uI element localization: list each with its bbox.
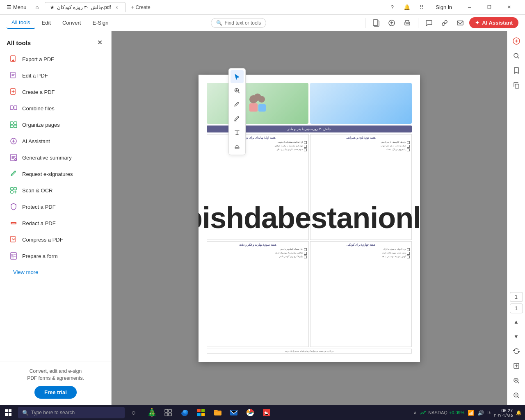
comment-button[interactable] (422, 16, 436, 30)
main-layout: All tools ✕ Export a PDF Edit a PDF Crea… (0, 31, 525, 405)
notification-center-icon[interactable]: 🔔 (516, 410, 522, 415)
page-number-display[interactable]: 1 (510, 292, 523, 302)
sidebar-item-scan-ocr[interactable]: Scan & OCR (2, 183, 109, 198)
stamp-tool-button[interactable] (231, 140, 244, 153)
view-more-link[interactable]: View more (7, 266, 45, 278)
sidebar-label-ai: AI Assistant (22, 138, 50, 144)
zoom-in-button[interactable] (510, 374, 523, 387)
menu-item-esign[interactable]: E-Sign (87, 17, 113, 28)
taskbar-search-placeholder: Type here to search (31, 410, 75, 415)
scroll-down-button[interactable]: ▼ (510, 330, 523, 343)
systray-up-arrow[interactable]: ∧ (413, 410, 417, 415)
upload-button[interactable] (385, 16, 398, 30)
cursor-tool-button[interactable] (231, 70, 244, 83)
sidebar-item-export[interactable]: Export a PDF (2, 51, 109, 67)
sign-in-button[interactable]: Sign in (431, 2, 457, 12)
right-panel-bookmark-button[interactable] (510, 64, 523, 77)
document-properties-button[interactable] (370, 16, 383, 30)
taskbar-app-mail[interactable] (226, 405, 241, 420)
sidebar-item-edit[interactable]: Edit a PDF (2, 68, 109, 83)
svg-rect-38 (165, 413, 168, 416)
menu-item-all-tools[interactable]: All tools (7, 17, 35, 29)
start-button[interactable] (0, 405, 16, 420)
clock-date: ۲۰۳/۰۲/۹۱۵ (494, 413, 513, 418)
refresh-button[interactable] (510, 345, 523, 358)
restore-button[interactable]: ❐ (480, 0, 499, 15)
taskbar-app-files[interactable] (210, 405, 225, 420)
mail-button[interactable] (454, 16, 467, 30)
sidebar-item-create[interactable]: Create a PDF (2, 84, 109, 100)
menu-item-convert[interactable]: Convert (57, 17, 86, 28)
sidebar-item-redact[interactable]: Redact a PDF (2, 215, 109, 231)
sidebar-close-button[interactable]: ✕ (95, 38, 105, 48)
taskbar-app-acrobat[interactable] (259, 405, 274, 420)
total-pages-display: 1 (510, 304, 523, 313)
sidebar-label-scan-ocr: Scan & OCR (22, 187, 52, 194)
taskbar-clock[interactable]: 06:27 ۲۰۳/۰۲/۹۱۵ (494, 408, 513, 418)
svg-rect-11 (10, 125, 13, 128)
taskbar-right: ∧ NASDAQ +0.09% 📶 🔊 فا 06:27 ۲۰۳/۰۲/۹۱۵ … (410, 408, 525, 418)
zoom-tool-button[interactable] (231, 84, 244, 97)
new-tab-button[interactable]: + Create (127, 3, 155, 12)
taskbar-app-chrome[interactable] (243, 405, 258, 420)
tabs-area: ★ جالش ۳۰ روزه کودکان.pdf × + Create (45, 2, 385, 12)
window-controls: ─ ❐ ✕ (460, 0, 518, 15)
sidebar-item-protect[interactable]: Protect a PDF (2, 199, 109, 215)
sidebar-item-compress[interactable]: Compress a PDF (2, 232, 109, 247)
redact-icon (9, 219, 18, 228)
taskbar-app-taskview[interactable] (161, 405, 176, 420)
taskbar-app-store[interactable] (194, 405, 208, 420)
sidebar-label-edit: Edit a PDF (22, 73, 48, 79)
apps-button[interactable]: ⠿ (416, 2, 427, 13)
pdf-week2-title: هفته دوم/ بازی و همراهی (312, 136, 410, 139)
sidebar: All tools ✕ Export a PDF Edit a PDF Crea… (0, 31, 112, 405)
active-tab[interactable]: ★ جالش ۳۰ روزه کودکان.pdf × (45, 2, 126, 12)
create-label: Create (136, 5, 151, 10)
taskbar: 🔍 Type here to search ○ 🎄 ∧ (0, 405, 525, 420)
home-button[interactable]: ⌂ (32, 2, 43, 13)
right-panel-copy-button[interactable] (510, 79, 523, 92)
search-box[interactable]: 🔍 Find text or tools (211, 18, 267, 28)
sidebar-label-redact: Redact a PDF (22, 220, 56, 226)
ai-assistant-button[interactable]: ✦ AI Assistant (469, 17, 518, 28)
taskbar-app-holiday[interactable]: 🎄 (144, 405, 159, 420)
highlight-tool-button[interactable] (231, 112, 244, 125)
ai-star-icon: ✦ (475, 20, 479, 26)
link-button[interactable] (438, 16, 451, 30)
taskbar-search-box[interactable]: 🔍 Type here to search (18, 407, 125, 418)
fit-page-button[interactable] (510, 359, 523, 372)
zoom-out-button[interactable] (510, 389, 523, 402)
sidebar-label-combine: Combine files (22, 105, 55, 112)
sidebar-label-create: Create a PDF (22, 89, 55, 95)
pen-tool-button[interactable] (231, 98, 244, 111)
taskbar-cortana-button[interactable]: ○ (126, 405, 141, 420)
taskbar-app-edge[interactable] (177, 405, 192, 420)
svg-rect-39 (169, 413, 171, 416)
free-trial-button[interactable]: Free trial (34, 386, 77, 399)
sidebar-label-form: Prepare a form (22, 253, 58, 259)
form-icon (9, 251, 18, 260)
print-button[interactable] (401, 16, 414, 30)
sidebar-label-export: Export a PDF (22, 56, 54, 62)
menu-button[interactable]: ☰ Menu (3, 2, 30, 12)
help-button[interactable]: ? (386, 2, 398, 13)
bell-icon: 🔔 (404, 4, 410, 10)
notifications-button[interactable]: 🔔 (401, 2, 413, 13)
sidebar-item-combine[interactable]: Combine files (2, 100, 109, 116)
minimize-button[interactable]: ─ (460, 0, 479, 15)
right-panel-search-button[interactable] (510, 49, 523, 62)
text-tool-button[interactable] (231, 126, 244, 139)
pdf-image-left (207, 83, 308, 124)
right-panel-ai-button[interactable] (510, 34, 523, 48)
sidebar-item-organize[interactable]: Organize pages (2, 117, 109, 132)
sidebar-item-esign[interactable]: Request e-signatures (2, 166, 109, 182)
sidebar-item-form[interactable]: Prepare a form (2, 248, 109, 264)
sidebar-item-generative-summary[interactable]: Generative summary (2, 150, 109, 165)
tab-close-button[interactable]: × (114, 4, 120, 11)
svg-rect-7 (10, 106, 13, 110)
sidebar-item-ai[interactable]: AI Assistant (2, 133, 109, 149)
svg-rect-5 (11, 72, 15, 78)
close-button[interactable]: ✕ (500, 0, 518, 15)
scroll-up-button[interactable]: ▲ (510, 315, 523, 328)
menu-item-edit[interactable]: Edit (37, 17, 56, 28)
